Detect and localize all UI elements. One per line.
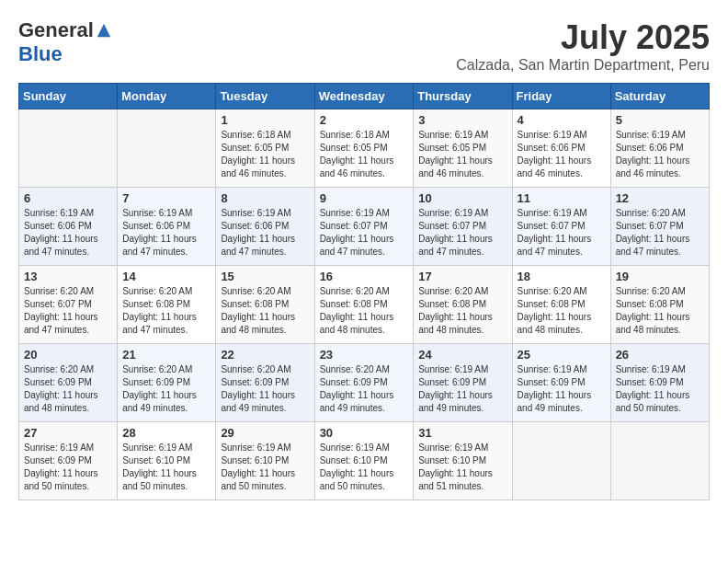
day-number: 6 (24, 191, 112, 205)
day-number: 1 (221, 113, 309, 127)
day-number: 21 (122, 348, 210, 362)
day-number: 13 (24, 270, 112, 283)
calendar-cell: 19Sunrise: 6:20 AM Sunset: 6:08 PM Dayli… (610, 266, 709, 344)
calendar-week-3: 13Sunrise: 6:20 AM Sunset: 6:07 PM Dayli… (19, 266, 710, 344)
day-info: Sunrise: 6:19 AM Sunset: 6:05 PM Dayligh… (418, 129, 506, 180)
day-info: Sunrise: 6:19 AM Sunset: 6:10 PM Dayligh… (221, 442, 309, 493)
day-number: 28 (122, 426, 210, 440)
calendar-week-4: 20Sunrise: 6:20 AM Sunset: 6:09 PM Dayli… (19, 344, 710, 422)
day-number: 30 (320, 426, 409, 440)
calendar-cell: 20Sunrise: 6:20 AM Sunset: 6:09 PM Dayli… (19, 344, 118, 422)
day-info: Sunrise: 6:19 AM Sunset: 6:09 PM Dayligh… (616, 363, 704, 415)
calendar-week-5: 27Sunrise: 6:19 AM Sunset: 6:09 PM Dayli… (19, 422, 710, 500)
calendar-cell: 28Sunrise: 6:19 AM Sunset: 6:10 PM Dayli… (118, 422, 216, 500)
calendar-cell: 5Sunrise: 6:19 AM Sunset: 6:06 PM Daylig… (610, 109, 709, 188)
calendar-cell: 9Sunrise: 6:19 AM Sunset: 6:07 PM Daylig… (314, 188, 414, 266)
header-day-wednesday: Wednesday (314, 84, 414, 109)
day-number: 25 (518, 348, 606, 362)
calendar-cell: 17Sunrise: 6:20 AM Sunset: 6:08 PM Dayli… (414, 266, 512, 344)
day-info: Sunrise: 6:19 AM Sunset: 6:09 PM Dayligh… (24, 442, 112, 493)
day-number: 24 (418, 348, 506, 362)
calendar-cell: 13Sunrise: 6:20 AM Sunset: 6:07 PM Dayli… (19, 266, 118, 344)
logo-icon (96, 22, 112, 39)
day-info: Sunrise: 6:19 AM Sunset: 6:07 PM Dayligh… (320, 207, 409, 259)
day-info: Sunrise: 6:20 AM Sunset: 6:07 PM Dayligh… (616, 207, 704, 259)
location-text: Calzada, San Martin Department, Peru (456, 57, 710, 74)
title-section: July 2025 Calzada, San Martin Department… (456, 18, 710, 74)
day-info: Sunrise: 6:20 AM Sunset: 6:08 PM Dayligh… (221, 285, 309, 337)
calendar-cell: 2Sunrise: 6:18 AM Sunset: 6:05 PM Daylig… (314, 109, 414, 188)
day-info: Sunrise: 6:18 AM Sunset: 6:05 PM Dayligh… (320, 129, 409, 180)
logo: General Blue (18, 18, 112, 66)
svg-marker-0 (97, 24, 110, 37)
calendar-cell: 3Sunrise: 6:19 AM Sunset: 6:05 PM Daylig… (414, 109, 512, 188)
day-number: 17 (418, 270, 506, 283)
day-info: Sunrise: 6:19 AM Sunset: 6:06 PM Dayligh… (616, 129, 704, 180)
calendar-cell: 24Sunrise: 6:19 AM Sunset: 6:09 PM Dayli… (414, 344, 512, 422)
day-info: Sunrise: 6:19 AM Sunset: 6:10 PM Dayligh… (418, 442, 506, 493)
day-number: 9 (320, 191, 409, 205)
calendar-week-1: 1Sunrise: 6:18 AM Sunset: 6:05 PM Daylig… (19, 109, 710, 188)
day-info: Sunrise: 6:19 AM Sunset: 6:07 PM Dayligh… (418, 207, 506, 259)
day-number: 31 (418, 426, 506, 440)
day-number: 8 (221, 191, 309, 205)
day-info: Sunrise: 6:20 AM Sunset: 6:08 PM Dayligh… (122, 285, 210, 337)
day-number: 4 (518, 113, 606, 127)
calendar-cell: 21Sunrise: 6:20 AM Sunset: 6:09 PM Dayli… (118, 344, 216, 422)
day-number: 12 (616, 191, 704, 205)
day-number: 3 (418, 113, 506, 127)
calendar-cell (610, 422, 709, 500)
day-number: 27 (24, 426, 112, 440)
calendar-cell: 7Sunrise: 6:19 AM Sunset: 6:06 PM Daylig… (118, 188, 216, 266)
calendar-cell: 10Sunrise: 6:19 AM Sunset: 6:07 PM Dayli… (414, 188, 512, 266)
calendar-cell: 29Sunrise: 6:19 AM Sunset: 6:10 PM Dayli… (216, 422, 314, 500)
day-info: Sunrise: 6:19 AM Sunset: 6:10 PM Dayligh… (122, 442, 210, 493)
day-info: Sunrise: 6:20 AM Sunset: 6:09 PM Dayligh… (221, 363, 309, 415)
calendar-cell: 30Sunrise: 6:19 AM Sunset: 6:10 PM Dayli… (314, 422, 414, 500)
day-info: Sunrise: 6:20 AM Sunset: 6:09 PM Dayligh… (122, 363, 210, 415)
calendar-cell (512, 422, 610, 500)
calendar-cell: 27Sunrise: 6:19 AM Sunset: 6:09 PM Dayli… (19, 422, 118, 500)
logo-general-text: General (18, 18, 94, 42)
day-number: 10 (418, 191, 506, 205)
day-number: 15 (221, 270, 309, 283)
calendar-cell (19, 109, 118, 188)
page-header: General Blue July 2025 Calzada, San Mart… (18, 18, 710, 74)
calendar-cell: 31Sunrise: 6:19 AM Sunset: 6:10 PM Dayli… (414, 422, 512, 500)
header-day-tuesday: Tuesday (216, 84, 314, 109)
day-number: 16 (320, 270, 409, 283)
day-number: 7 (122, 191, 210, 205)
calendar-table: SundayMondayTuesdayWednesdayThursdayFrid… (18, 83, 710, 500)
calendar-cell: 11Sunrise: 6:19 AM Sunset: 6:07 PM Dayli… (512, 188, 610, 266)
calendar-cell: 14Sunrise: 6:20 AM Sunset: 6:08 PM Dayli… (118, 266, 216, 344)
calendar-cell: 4Sunrise: 6:19 AM Sunset: 6:06 PM Daylig… (512, 109, 610, 188)
day-info: Sunrise: 6:19 AM Sunset: 6:06 PM Dayligh… (122, 207, 210, 259)
calendar-header-row: SundayMondayTuesdayWednesdayThursdayFrid… (19, 84, 710, 109)
day-info: Sunrise: 6:20 AM Sunset: 6:08 PM Dayligh… (518, 285, 606, 337)
header-day-friday: Friday (512, 84, 610, 109)
calendar-cell: 8Sunrise: 6:19 AM Sunset: 6:06 PM Daylig… (216, 188, 314, 266)
calendar-cell: 12Sunrise: 6:20 AM Sunset: 6:07 PM Dayli… (610, 188, 709, 266)
calendar-cell: 6Sunrise: 6:19 AM Sunset: 6:06 PM Daylig… (19, 188, 118, 266)
day-number: 20 (24, 348, 112, 362)
calendar-cell: 26Sunrise: 6:19 AM Sunset: 6:09 PM Dayli… (610, 344, 709, 422)
day-number: 29 (221, 426, 309, 440)
day-number: 2 (320, 113, 409, 127)
day-number: 23 (320, 348, 409, 362)
calendar-cell (118, 109, 216, 188)
day-number: 5 (616, 113, 704, 127)
calendar-cell: 18Sunrise: 6:20 AM Sunset: 6:08 PM Dayli… (512, 266, 610, 344)
day-number: 11 (518, 191, 606, 205)
day-info: Sunrise: 6:19 AM Sunset: 6:10 PM Dayligh… (320, 442, 409, 493)
day-info: Sunrise: 6:19 AM Sunset: 6:06 PM Dayligh… (221, 207, 309, 259)
calendar-cell: 15Sunrise: 6:20 AM Sunset: 6:08 PM Dayli… (216, 266, 314, 344)
logo-blue-text: Blue (18, 42, 63, 66)
day-info: Sunrise: 6:20 AM Sunset: 6:08 PM Dayligh… (418, 285, 506, 337)
day-info: Sunrise: 6:20 AM Sunset: 6:08 PM Dayligh… (616, 285, 704, 337)
day-info: Sunrise: 6:19 AM Sunset: 6:06 PM Dayligh… (24, 207, 112, 259)
month-title: July 2025 (456, 18, 710, 57)
day-info: Sunrise: 6:18 AM Sunset: 6:05 PM Dayligh… (221, 129, 309, 180)
day-number: 18 (518, 270, 606, 283)
day-info: Sunrise: 6:19 AM Sunset: 6:09 PM Dayligh… (418, 363, 506, 415)
day-info: Sunrise: 6:20 AM Sunset: 6:07 PM Dayligh… (24, 285, 112, 337)
